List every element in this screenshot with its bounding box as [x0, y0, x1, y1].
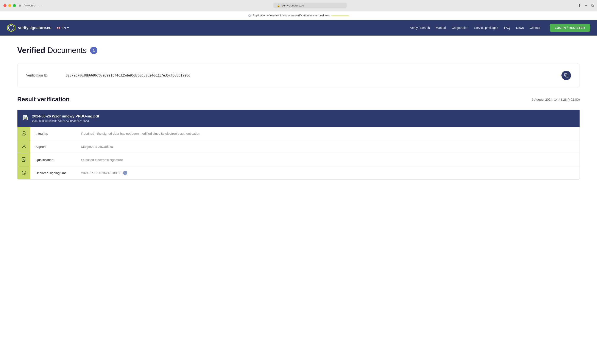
signing-time-label: Declared signing time: — [30, 167, 78, 179]
document-count-badge: 1 — [90, 47, 97, 54]
pencil-document-icon — [21, 157, 26, 162]
title-bold: Verified — [17, 46, 45, 55]
integrity-icon-cell — [17, 127, 30, 140]
title-normal: Documents — [47, 46, 86, 55]
qualification-value: Qualified electronic signature — [78, 154, 580, 166]
logo-link[interactable]: verifysignature.eu — [7, 24, 52, 32]
integrity-label: Integrity: — [30, 128, 78, 139]
verification-id-card: Verification ID: 0a679d7a638b6696707e3ee… — [17, 63, 580, 87]
traffic-lights — [3, 4, 16, 7]
signing-time-row: Declared signing time: 2024-07-17 13:34:… — [17, 166, 580, 179]
qualification-label: Qualification: — [30, 154, 78, 166]
main-content: Verified Documents 1 Verification ID: 0a… — [0, 36, 597, 364]
close-button[interactable] — [3, 4, 7, 7]
info-icon[interactable]: i — [123, 171, 127, 175]
nav-news[interactable]: News — [516, 26, 524, 30]
signing-time-text: 2024-07-17 13:34:10+00:00 — [81, 171, 121, 175]
back-button[interactable]: ‹ — [38, 4, 39, 7]
logo-text: verifysignature.eu — [18, 26, 52, 30]
diamond-icon: ◇ — [248, 13, 251, 17]
sidebar-toggle-icon[interactable]: ⊟ — [18, 4, 21, 7]
language-selector[interactable]: 🇬🇧 EN ▾ — [57, 26, 69, 30]
private-label: Prywatne — [24, 4, 35, 7]
verification-id-row: Verification ID: 0a679d7a638b6696707e3ee… — [26, 71, 571, 80]
signing-time-value: 2024-07-17 13:34:10+00:00 i — [78, 167, 580, 179]
navbar: verifysignature.eu 🇬🇧 EN ▾ Verify / Sear… — [0, 20, 597, 36]
address-bar[interactable]: 🔒 verifysignature.eu — [273, 3, 347, 8]
doc-md5: md5: 8635b89da911dd62ae488add2ac176dd — [32, 119, 99, 123]
lang-label: EN — [62, 26, 66, 30]
document-header: 2024-06-26 Wzór umowy PPDO-sig.pdf md5: … — [17, 110, 580, 127]
window-chrome: ⊟ Prywatne ‹ › 🔒 verifysignature.eu ⬆ ＋ … — [0, 0, 597, 11]
login-button[interactable]: LOG IN / REGISTER — [550, 24, 590, 32]
document-icon — [23, 115, 29, 122]
info-bar: ◇ Application of electronic signature ve… — [0, 11, 597, 20]
svg-marker-1 — [9, 25, 14, 30]
signer-icon-cell — [17, 140, 30, 153]
nav-faq[interactable]: FAQ — [504, 26, 510, 30]
logo-icon — [7, 24, 16, 32]
qualification-row: Qualification: Qualified electronic sign… — [17, 153, 580, 166]
result-header: Result verification 6 August 2024, 14:43… — [17, 96, 580, 103]
result-title: Result verification — [17, 96, 70, 103]
lock-icon: 🔒 — [277, 4, 280, 7]
url-text: verifysignature.eu — [282, 4, 304, 7]
new-tab-icon[interactable]: ＋ — [584, 3, 588, 8]
integrity-row: Integrity: Retained - the signed data ha… — [17, 127, 580, 140]
address-bar-area: 🔒 verifysignature.eu — [45, 3, 575, 8]
nav-links: Verify / Search Manual Cooperation Servi… — [410, 24, 590, 32]
nav-contact[interactable]: Contact — [530, 26, 540, 30]
svg-rect-2 — [566, 75, 568, 77]
tabs-icon[interactable]: ⧉ — [591, 4, 594, 8]
page-title: Verified Documents — [17, 46, 86, 55]
nav-cooperation[interactable]: Cooperation — [452, 26, 468, 30]
nav-manual[interactable]: Manual — [436, 26, 446, 30]
share-icon[interactable]: ⬆ — [578, 3, 581, 8]
signer-label: Signer: — [30, 141, 78, 152]
qualification-icon-cell — [17, 153, 30, 166]
svg-point-4 — [23, 145, 25, 147]
signer-value: Małgorzata Zawadzka — [78, 141, 580, 152]
chevron-down-icon: ▾ — [67, 26, 69, 30]
copy-id-button[interactable] — [561, 71, 571, 80]
minimize-button[interactable] — [8, 4, 11, 7]
clock-icon — [21, 170, 26, 175]
fullscreen-button[interactable] — [13, 4, 16, 7]
verification-id-label: Verification ID: — [26, 73, 61, 77]
window-right-controls: ⬆ ＋ ⧉ — [578, 3, 594, 8]
integrity-value: Retained - the signed data has not been … — [78, 128, 580, 139]
shield-icon — [21, 131, 26, 136]
page-title-area: Verified Documents 1 — [17, 46, 580, 55]
result-timestamp: 6 August 2024, 14:43:28 (+02:00) — [532, 98, 580, 101]
copy-icon — [564, 73, 568, 78]
tab-indicator — [331, 16, 349, 16]
signer-row: Signer: Małgorzata Zawadzka — [17, 140, 580, 153]
infobar-text: Application of electronic signature veri… — [253, 14, 330, 17]
person-icon — [21, 144, 26, 149]
doc-filename: 2024-06-26 Wzór umowy PPDO-sig.pdf — [32, 114, 99, 119]
forward-button[interactable]: › — [41, 4, 42, 7]
signing-time-icon-cell — [17, 166, 30, 179]
document-card: 2024-06-26 Wzór umowy PPDO-sig.pdf md5: … — [17, 110, 580, 180]
nav-verify[interactable]: Verify / Search — [410, 26, 430, 30]
flag-icon: 🇬🇧 — [57, 26, 60, 30]
doc-title-area: 2024-06-26 Wzór umowy PPDO-sig.pdf md5: … — [32, 114, 99, 123]
nav-service-packages[interactable]: Service packages — [474, 26, 498, 30]
verification-id-value: 0a679d7a638b6696707e3ee1cf4c325de95d760d… — [66, 73, 556, 77]
result-section: Result verification 6 August 2024, 14:43… — [17, 96, 580, 180]
